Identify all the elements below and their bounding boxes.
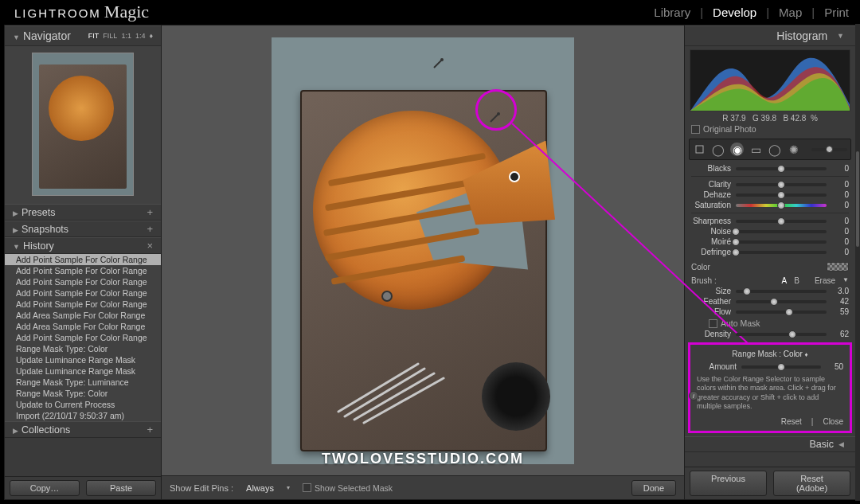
clarity-slider[interactable]: Clarity0 [691, 179, 849, 189]
history-item[interactable]: Range Mask Type: Luminance [5, 377, 161, 388]
histogram-header[interactable]: Histogram▼ [685, 25, 855, 46]
edit-pins-value[interactable]: Always [246, 483, 274, 493]
center-toolbar: Show Edit Pins : Always ▾ Show Selected … [162, 475, 684, 499]
grad-tool-icon[interactable]: ▭ [749, 143, 763, 156]
range-mask-label: Range Mask : [732, 350, 781, 358]
dehaze-slider[interactable]: Dehaze0 [691, 189, 849, 200]
redeye-tool-icon[interactable]: ◉ [730, 143, 744, 156]
history-item[interactable]: Add Point Sample For Color Range [5, 276, 161, 287]
range-mask-reset[interactable]: Reset [781, 417, 802, 426]
range-mask-close[interactable]: Close [823, 417, 843, 426]
edit-pin[interactable] [381, 291, 393, 302]
top-bar: LIGHTROOM Magic Library| Develop| Map| P… [0, 0, 860, 24]
svg-rect-2 [696, 146, 703, 153]
history-item[interactable]: Add Point Sample For Color Range [5, 254, 161, 265]
sharpness-slider[interactable]: Sharpness0 [691, 216, 849, 226]
navigator-zoom-options[interactable]: FIT FILL 1:1 1:4 ♦ [88, 32, 153, 40]
rgb-readout: R 37.9 G 39.8 B 42.8 % [685, 111, 855, 124]
presets-header[interactable]: ▶Presets + [5, 204, 161, 221]
right-footer: Previous Reset (Adobe) [685, 467, 855, 499]
brush-erase[interactable]: Erase [815, 276, 835, 285]
previous-button[interactable]: Previous [690, 471, 767, 496]
range-mask-amount-slider[interactable]: Amount 50 [697, 361, 843, 372]
brush-b[interactable]: B [794, 276, 799, 285]
app-logo: LIGHTROOM Magic [14, 2, 149, 22]
copy-button[interactable]: Copy… [10, 480, 80, 496]
collections-add-icon[interactable]: + [147, 424, 153, 436]
color-row[interactable]: Color [685, 260, 855, 273]
brush-a[interactable]: A [782, 276, 788, 285]
image-preview[interactable] [272, 37, 574, 464]
range-mask-panel: Range Mask : Color ♦ Amount 50 i Use the… [688, 342, 852, 433]
brush-tool-icon[interactable]: ✺ [787, 143, 800, 156]
svg-point-0 [440, 58, 444, 61]
left-footer: Copy… Paste [5, 476, 161, 499]
history-item[interactable]: Update Luminance Range Mask [5, 365, 161, 377]
original-photo-row[interactable]: Original Photo [685, 124, 855, 137]
window-scrollbar[interactable] [855, 24, 860, 501]
local-tools-strip: ◯ ◉ ▭ ◯ ✺ [689, 139, 851, 160]
info-icon: i [689, 391, 698, 400]
right-panel: Histogram▼ R 37.9 G 39.8 B 42.8 % Origin… [684, 25, 856, 500]
edit-pins-dropdown-icon[interactable]: ▾ [287, 484, 290, 491]
app-name-b: Magic [104, 2, 149, 22]
brush-disclosure-icon[interactable]: ▼ [842, 276, 849, 285]
show-selected-mask-checkbox[interactable]: Show Selected Mask [303, 483, 393, 493]
basic-panel-header[interactable]: Basic◀ [685, 436, 855, 452]
center-panel: TWOLOVESSTUDIO.COM Show Edit Pins : Alwa… [162, 25, 684, 500]
history-item[interactable]: Update Luminance Range Mask [5, 354, 161, 365]
histogram[interactable] [690, 49, 850, 111]
navigator-thumbnail[interactable] [32, 53, 134, 196]
spot-tool-icon[interactable]: ◯ [712, 143, 725, 156]
noise-slider[interactable]: Noise0 [691, 226, 849, 236]
color-swatch[interactable] [827, 262, 849, 272]
history-item[interactable]: Range Mask Type: Color [5, 343, 161, 354]
history-item[interactable]: Import (22/10/17 9:50:37 am) [5, 410, 161, 421]
module-picker: Library| Develop| Map| Print [654, 6, 849, 19]
history-item[interactable]: Add Point Sample For Color Range [5, 332, 161, 343]
presets-add-icon[interactable]: + [147, 206, 153, 218]
preview-area[interactable] [162, 25, 684, 475]
reset-adobe-button[interactable]: Reset (Adobe) [773, 471, 850, 496]
history-item[interactable]: Add Point Sample For Color Range [5, 265, 161, 276]
defringe-slider[interactable]: Defringe0 [691, 247, 849, 257]
brush-flow-slider[interactable]: Flow59 [691, 307, 849, 317]
snapshots-add-icon[interactable]: + [147, 223, 153, 235]
brush-options: Brush : A B Erase ▼ Size3.0Feather42Flow… [685, 273, 855, 341]
presets-title: Presets [22, 207, 55, 218]
left-panel: ▼Navigator FIT FILL 1:1 1:4 ♦ ▶Presets +… [4, 25, 162, 500]
blacks-slider[interactable]: Blacks0 [691, 163, 849, 174]
snapshots-header[interactable]: ▶Snapshots + [5, 221, 161, 237]
saturation-slider[interactable]: Saturation0 [691, 200, 849, 210]
history-item[interactable]: Add Point Sample For Color Range [5, 287, 161, 299]
brush-feather-slider[interactable]: Feather42 [691, 296, 849, 307]
automask-checkbox[interactable]: Auto Mask [709, 318, 831, 328]
module-print[interactable]: Print [824, 6, 849, 19]
edit-pins-label: Show Edit Pins : [170, 483, 233, 493]
history-item[interactable]: Add Area Sample For Color Range [5, 310, 161, 321]
module-library[interactable]: Library [654, 6, 690, 19]
brush-size-slider[interactable]: Size3.0 [691, 286, 849, 296]
module-develop[interactable]: Develop [713, 6, 756, 19]
navigator-body [5, 46, 161, 204]
snapshots-title: Snapshots [22, 224, 68, 235]
navigator-header[interactable]: ▼Navigator FIT FILL 1:1 1:4 ♦ [5, 25, 161, 46]
done-button[interactable]: Done [631, 480, 676, 496]
brush-density-slider[interactable]: Density62 [691, 329, 849, 339]
history-clear-icon[interactable]: × [147, 240, 153, 252]
history-header[interactable]: ▼History × [5, 237, 161, 254]
moire-slider[interactable]: Moiré0 [691, 236, 849, 247]
history-item[interactable]: Range Mask Type: Color [5, 388, 161, 399]
collections-header[interactable]: ▶Collections + [5, 421, 161, 438]
app-name-a: LIGHTROOM [14, 6, 101, 20]
history-item[interactable]: Add Area Sample For Color Range [5, 321, 161, 332]
history-item[interactable]: Add Point Sample For Color Range [5, 299, 161, 310]
crop-tool-icon[interactable] [693, 143, 706, 156]
module-map[interactable]: Map [779, 6, 802, 19]
history-item[interactable]: Update to Current Process [5, 399, 161, 410]
range-mask-mode[interactable]: Color [784, 350, 803, 358]
paste-button[interactable]: Paste [86, 480, 156, 496]
watermark-text: TWOLOVESSTUDIO.COM [162, 451, 684, 467]
radial-tool-icon[interactable]: ◯ [768, 143, 782, 156]
edit-pin[interactable] [509, 171, 520, 182]
